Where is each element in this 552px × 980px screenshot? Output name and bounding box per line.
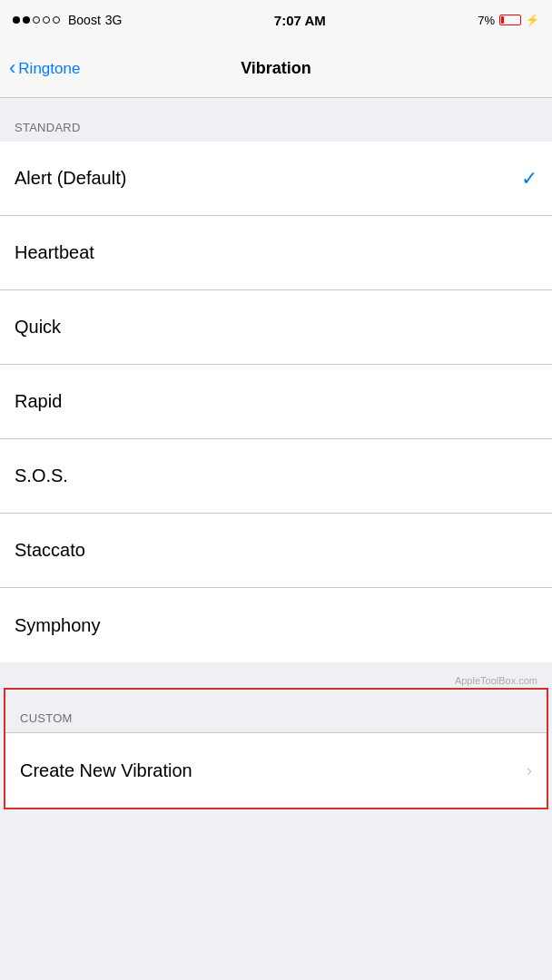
list-item-staccato[interactable]: Staccato xyxy=(0,514,552,588)
list-item-rapid[interactable]: Rapid xyxy=(0,365,552,439)
list-item-label: Alert (Default) xyxy=(15,168,521,189)
checkmark-icon: ✓ xyxy=(521,167,537,191)
status-bar: Boost 3G 7:07 AM 7% ⚡ xyxy=(0,0,552,40)
list-item-quick[interactable]: Quick xyxy=(0,290,552,365)
status-left: Boost 3G xyxy=(13,13,123,27)
nav-bar: ‹ Ringtone Vibration xyxy=(0,40,552,98)
signal-dot-1 xyxy=(13,16,20,24)
standard-header-text: STANDARD xyxy=(15,121,81,134)
list-item-label: Staccato xyxy=(15,540,537,561)
standard-section-header: STANDARD xyxy=(0,98,552,142)
list-item-create-new-vibration[interactable]: Create New Vibration › xyxy=(5,733,547,808)
watermark-area: AppleToolBox.com xyxy=(0,662,552,688)
battery-percent: 7% xyxy=(478,14,495,27)
standard-list: Alert (Default) ✓ Heartbeat Quick Rapid … xyxy=(0,142,552,662)
custom-section-header: CUSTOM xyxy=(5,690,547,733)
list-item-label: S.O.S. xyxy=(15,466,537,486)
signal-dots xyxy=(13,16,60,24)
bottom-spacer xyxy=(0,809,552,978)
carrier-label: Boost xyxy=(68,13,101,27)
list-item-alert-default[interactable]: Alert (Default) ✓ xyxy=(0,142,552,216)
list-item-label: Create New Vibration xyxy=(20,760,527,781)
custom-section-bordered: CUSTOM Create New Vibration › xyxy=(4,688,548,809)
watermark-text: AppleToolBox.com xyxy=(455,675,537,686)
custom-header-text: CUSTOM xyxy=(20,711,73,725)
battery-icon xyxy=(499,15,521,25)
status-time: 7:07 AM xyxy=(274,13,326,28)
nav-title: Vibration xyxy=(241,59,311,78)
chevron-right-icon: › xyxy=(527,761,532,780)
list-item-label: Rapid xyxy=(15,391,537,412)
signal-dot-5 xyxy=(53,16,60,24)
signal-dot-4 xyxy=(43,16,50,24)
back-button[interactable]: ‹ Ringtone xyxy=(9,59,80,78)
list-item-label: Symphony xyxy=(15,615,537,636)
signal-dot-2 xyxy=(23,16,30,24)
list-item-symphony[interactable]: Symphony xyxy=(0,588,552,662)
battery-body xyxy=(499,15,521,25)
signal-dot-3 xyxy=(33,16,40,24)
back-chevron-icon: ‹ xyxy=(9,58,15,78)
battery-fill xyxy=(501,16,504,24)
list-item-label: Heartbeat xyxy=(15,242,537,263)
network-label: 3G xyxy=(105,13,123,27)
list-item-heartbeat[interactable]: Heartbeat xyxy=(0,216,552,290)
list-item-sos[interactable]: S.O.S. xyxy=(0,439,552,514)
list-item-label: Quick xyxy=(15,317,537,338)
back-label: Ringtone xyxy=(18,60,80,78)
status-right: 7% ⚡ xyxy=(478,14,539,27)
lightning-icon: ⚡ xyxy=(526,14,539,26)
